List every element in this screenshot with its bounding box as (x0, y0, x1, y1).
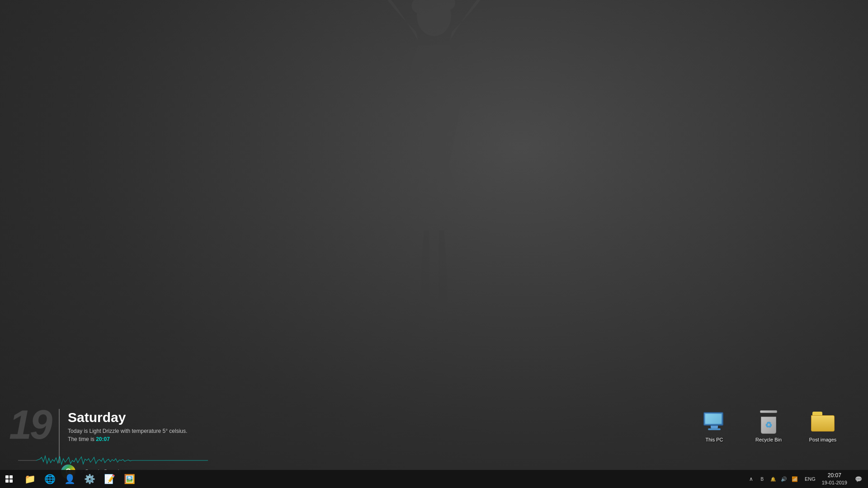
info-text: Saturday Today is Light Drizzle with tem… (68, 404, 187, 442)
this-pc-label: This PC (705, 436, 723, 443)
date-number: 19 (9, 404, 51, 445)
desktop-icon-recycle-bin[interactable]: ♻ Recycle Bin (750, 408, 787, 443)
system-tray: ∧ B 🔔 🔊 📶 (744, 474, 802, 483)
weather-text: Today is Light Drizzle with temperature … (68, 428, 187, 434)
tray-network-icon[interactable]: 📶 (790, 474, 799, 483)
tray-volume-icon[interactable]: 🔊 (779, 474, 788, 483)
desktop-icon-this-pc[interactable]: This PC (696, 408, 732, 443)
taskbar-clock[interactable]: 20:07 19-01-2019 (818, 470, 851, 488)
taskbar: 📁 🌐 👤 ⚙️ 📝 🖼️ ∧ B 🔔 (0, 470, 868, 488)
notification-button[interactable]: 💬 (852, 470, 865, 488)
time-value: 20:07 (96, 436, 110, 442)
windows-logo (5, 475, 13, 483)
taskbar-apps: 📁 🌐 👤 ⚙️ 📝 🖼️ (20, 470, 139, 488)
file-explorer-icon: 📁 (24, 474, 36, 484)
taskbar-app-photos[interactable]: 🖼️ (119, 470, 139, 488)
day-name: Saturday (68, 410, 187, 425)
photos-icon: 🖼️ (124, 474, 135, 484)
wallpaper-figure (357, 0, 511, 307)
recycle-bin-icon: ♻ (756, 408, 781, 434)
clock-time: 20:07 (828, 472, 841, 479)
start-button[interactable] (0, 470, 18, 488)
this-pc-icon (702, 408, 727, 434)
recycle-bin-label: Recycle Bin (755, 436, 782, 443)
tray-expand-icon[interactable]: ∧ (747, 474, 756, 483)
tray-alert-icon: 🔔 (769, 474, 778, 483)
taskbar-app-chrome[interactable]: 🌐 (40, 470, 60, 488)
clock-date: 19-01-2019 (822, 479, 847, 486)
taskbar-app-person[interactable]: 👤 (60, 470, 80, 488)
taskbar-app-sticky-notes[interactable]: 📝 (99, 470, 119, 488)
time-text: The time is 20:07 (68, 436, 187, 442)
taskbar-app-file-explorer[interactable]: 📁 (20, 470, 40, 488)
post-images-icon (810, 408, 835, 434)
sticky-notes-icon: 📝 (104, 474, 115, 484)
desktop-icon-post-images[interactable]: Post images (805, 408, 841, 443)
taskbar-right: ∧ B 🔔 🔊 📶 ENG 20:07 19-01-2019 (744, 470, 868, 488)
tray-battery-icon: B (758, 474, 767, 483)
language-indicator[interactable]: ENG (803, 476, 817, 482)
desktop-icons-area: This PC ♻ Recycle Bin Post images (696, 408, 841, 443)
post-images-label: Post images (809, 436, 837, 443)
time-label: The time is (68, 436, 96, 442)
chrome-icon: 🌐 (44, 474, 56, 484)
settings-icon: ⚙️ (84, 474, 95, 484)
person-icon: 👤 (64, 474, 75, 484)
taskbar-app-settings[interactable]: ⚙️ (80, 470, 99, 488)
notification-icon: 💬 (855, 476, 862, 483)
